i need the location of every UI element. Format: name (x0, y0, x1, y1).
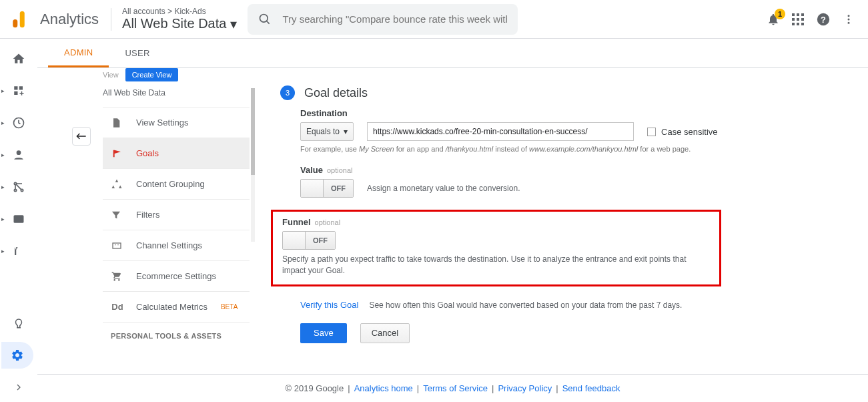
action-buttons: Save Cancel (300, 323, 855, 343)
back-button[interactable] (72, 127, 91, 146)
nav-rail (0, 39, 37, 402)
document-icon (111, 117, 124, 129)
collapse-nav-icon[interactable] (11, 379, 27, 395)
conversions-nav-icon[interactable] (11, 243, 27, 259)
svg-point-13 (17, 150, 21, 155)
svg-rect-17 (14, 215, 24, 223)
search-bar[interactable] (248, 4, 518, 35)
cancel-button[interactable]: Cancel (360, 323, 410, 343)
svg-rect-11 (14, 91, 17, 95)
dataset-name[interactable]: All Web Site Data (103, 88, 250, 97)
view-name: All Web Site Data (122, 16, 226, 31)
verify-desc: See how often this Goal would have conve… (369, 300, 682, 310)
view-dropdown[interactable]: All Web Site Data ▾ (122, 16, 237, 32)
acquisition-nav-icon[interactable] (11, 179, 27, 195)
destination-hint: For example, use My Screen for an app an… (300, 145, 855, 153)
menu-filters[interactable]: Filters (103, 199, 250, 230)
search-icon (258, 13, 272, 26)
admin-nav-icon[interactable] (1, 342, 33, 369)
value-desc: Assign a monetary value to the conversio… (367, 184, 520, 193)
funnel-desc: Specify a path you expect traffic to tak… (282, 254, 710, 276)
channel-icon (111, 240, 124, 251)
account-selector[interactable]: All accounts > Kick-Ads All Web Site Dat… (122, 7, 237, 32)
realtime-nav-icon[interactable] (11, 115, 27, 131)
step-number-badge: 3 (280, 85, 295, 100)
svg-rect-0 (20, 11, 25, 27)
product-name: Analytics (40, 11, 99, 28)
menu-goals[interactable]: Goals (103, 138, 250, 168)
breadcrumb: All accounts > Kick-Ads (122, 7, 237, 16)
page-footer: © 2019 Google | Analytics home | Terms o… (37, 374, 868, 402)
verify-goal-link[interactable]: Verify this Goal (300, 300, 358, 310)
step-header: 3 Goal details (280, 85, 855, 100)
funnel-highlight-box: Funneloptional OFF Specify a path you ex… (271, 210, 721, 286)
funnel-toggle[interactable]: OFF (282, 231, 336, 250)
header-actions: 1 ? (767, 12, 855, 27)
apps-button[interactable] (792, 13, 804, 25)
view-label: View (103, 71, 119, 79)
svg-point-16 (14, 189, 16, 191)
dd-icon: Dd (111, 302, 124, 312)
menu-content-grouping[interactable]: Content Grouping (103, 168, 250, 199)
kebab-menu-icon[interactable] (843, 13, 855, 25)
app-header: Analytics All accounts > Kick-Ads All We… (0, 0, 868, 39)
create-view-button[interactable]: Create View (125, 68, 179, 81)
save-button[interactable]: Save (300, 323, 347, 343)
funnel-label: Funneloptional (282, 217, 710, 227)
help-icon[interactable]: ? (816, 12, 831, 27)
menu-view-settings[interactable]: View Settings (103, 107, 250, 138)
search-input[interactable] (282, 13, 507, 25)
tab-user[interactable]: USER (109, 39, 165, 67)
svg-point-14 (14, 182, 16, 184)
destination-label: Destination (300, 108, 855, 118)
value-toggle[interactable]: OFF (300, 179, 354, 198)
analytics-home-link[interactable]: Analytics home (354, 383, 413, 393)
svg-line-3 (267, 21, 270, 23)
behavior-nav-icon[interactable] (11, 211, 27, 227)
admin-tabs: ADMIN USER (0, 39, 868, 68)
menu-section-personal: PERSONAL TOOLS & ASSETS (103, 322, 250, 344)
flag-icon (111, 148, 124, 159)
sidebar-scrollbar[interactable] (251, 88, 255, 242)
notifications-button[interactable]: 1 (767, 13, 780, 26)
checkbox-icon (647, 128, 656, 136)
case-sensitive-checkbox[interactable]: Case sensitive (647, 127, 718, 137)
copyright: © 2019 Google (286, 383, 344, 393)
tos-link[interactable]: Terms of Service (423, 383, 488, 393)
funnel-icon (111, 210, 124, 220)
feedback-link[interactable]: Send feedback (562, 383, 620, 393)
verify-row: Verify this Goal See how often this Goal… (300, 300, 855, 310)
caret-down-icon: ▾ (230, 16, 237, 32)
analytics-logo-icon (9, 10, 28, 29)
match-type-dropdown[interactable]: Equals to ▾ (300, 122, 354, 141)
menu-calculated-metrics[interactable]: DdCalculated MetricsBETA (103, 291, 250, 322)
notif-badge: 1 (775, 9, 785, 19)
svg-rect-18 (113, 243, 121, 248)
customization-nav-icon[interactable] (11, 83, 27, 99)
privacy-link[interactable]: Privacy Policy (498, 383, 552, 393)
back-arrow-icon (76, 132, 87, 140)
svg-point-7 (848, 18, 850, 20)
audience-nav-icon[interactable] (11, 147, 27, 163)
svg-point-15 (21, 189, 23, 191)
view-menu: View Settings Goals Content Grouping Fil… (103, 107, 250, 322)
caret-down-icon: ▾ (344, 127, 348, 136)
svg-text:?: ? (821, 14, 826, 24)
funnel-section: Funneloptional OFF Specify a path you ex… (282, 217, 710, 276)
destination-url-input[interactable] (367, 122, 634, 141)
toggle-knob (301, 180, 324, 197)
value-section: Valueoptional OFF Assign a monetary valu… (300, 165, 855, 198)
tab-admin[interactable]: ADMIN (48, 39, 109, 67)
menu-ecommerce-settings[interactable]: Ecommerce Settings (103, 260, 250, 291)
svg-point-2 (260, 14, 268, 22)
svg-point-8 (848, 21, 850, 23)
svg-rect-9 (14, 86, 17, 89)
value-label: Valueoptional (300, 165, 855, 175)
menu-channel-settings[interactable]: Channel Settings (103, 230, 250, 260)
home-nav-icon[interactable] (11, 51, 27, 67)
cart-icon (111, 271, 124, 282)
discover-nav-icon[interactable] (11, 315, 27, 331)
product-logo[interactable]: Analytics (9, 10, 99, 29)
svg-rect-1 (13, 19, 17, 27)
destination-section: Destination Equals to ▾ Case sensitive F… (300, 108, 855, 153)
